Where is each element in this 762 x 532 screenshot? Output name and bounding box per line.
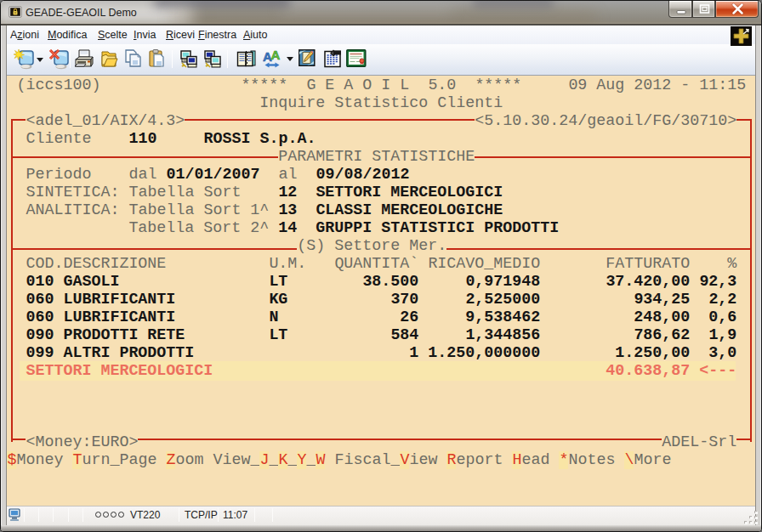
- svg-text:A: A: [271, 48, 281, 62]
